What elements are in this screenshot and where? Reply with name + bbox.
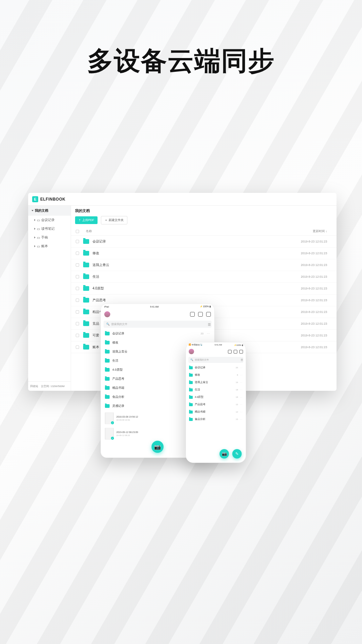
chevron-right-icon: [34, 219, 36, 221]
table-row[interactable]: 送我上青云2019-8-23 12:01:23: [71, 259, 337, 271]
clock-icon[interactable]: [206, 312, 211, 317]
table-row[interactable]: 4.0原型2019-8-23 12:01:23: [71, 283, 337, 294]
row-checkbox[interactable]: [76, 322, 79, 325]
row-checkbox[interactable]: [76, 334, 79, 337]
list-item[interactable]: 修改8···: [188, 371, 243, 379]
folder-icon: [105, 395, 110, 399]
table-row[interactable]: 生活2019-8-23 12:01:23: [71, 271, 337, 283]
sidebar-item[interactable]: ▭手稿: [28, 233, 71, 242]
camera-fab[interactable]: 📷: [220, 449, 229, 459]
item-name: 生活: [112, 359, 118, 363]
check-icon[interactable]: [190, 312, 195, 317]
row-checkbox[interactable]: [76, 287, 79, 290]
folder-icon: [105, 359, 110, 363]
folder-icon: [83, 274, 89, 279]
add-icon[interactable]: [198, 312, 203, 317]
table-row[interactable]: 修改2019-8-23 12:01:23: [71, 248, 337, 259]
more-icon[interactable]: ···: [240, 404, 243, 406]
list-item[interactable]: 4.0原型18···: [188, 393, 243, 401]
row-time: 2019-8-23 12:01:23: [290, 275, 327, 278]
list-item[interactable]: 送我上青云16···: [188, 379, 243, 386]
folder-icon: [83, 333, 89, 338]
row-checkbox[interactable]: [76, 240, 79, 243]
upload-pdf-button[interactable]: ⇡上传PDF: [75, 216, 98, 224]
chevron-right-icon: [34, 245, 36, 247]
row-checkbox[interactable]: [76, 252, 79, 255]
more-icon[interactable]: ···: [240, 367, 243, 369]
document-title: 2019-09-12 08:23:09: [116, 431, 138, 434]
camera-fab[interactable]: 📷: [152, 441, 164, 453]
list-item[interactable]: 会议记录20···: [188, 364, 243, 371]
avatar[interactable]: [104, 311, 110, 317]
list-item[interactable]: 精品书籍12···: [188, 408, 243, 416]
item-name: 修改: [195, 373, 200, 377]
trash-link[interactable]: 回收站: [30, 384, 38, 388]
sidebar-item[interactable]: ▭读书笔记: [28, 224, 71, 233]
sidebar-item[interactable]: ▭会议记录: [28, 216, 71, 224]
item-count: 20: [200, 332, 203, 335]
check-icon[interactable]: [228, 350, 232, 354]
list-item[interactable]: 食品分析15···: [188, 416, 243, 423]
menu-icon[interactable]: ☰: [241, 359, 243, 362]
item-name: 4.0原型: [195, 395, 203, 399]
search-input[interactable]: 🔍搜索我的文件: [104, 321, 212, 328]
list-item[interactable]: 产品思考15···: [188, 401, 243, 408]
sidebar: 我的文档 ▭会议记录▭读书笔记▭手稿▭账本 回收站 云空间: 132M/500M: [28, 206, 71, 391]
table-row[interactable]: 会议记录2019-8-23 12:01:23: [71, 236, 337, 248]
folder-icon: [189, 374, 193, 377]
col-name[interactable]: 名称: [86, 229, 92, 233]
more-icon[interactable]: ···: [240, 381, 243, 383]
folder-icon: [105, 377, 110, 381]
menu-icon[interactable]: ☰: [208, 323, 211, 326]
row-time: 2019-8-23 12:01:23: [290, 287, 327, 290]
folder-icon: [83, 298, 89, 303]
sidebar-root[interactable]: 我的文档: [28, 206, 71, 216]
sidebar-item[interactable]: ▭账本: [28, 242, 71, 251]
row-name: 生活: [93, 274, 290, 279]
clock-icon[interactable]: [239, 350, 243, 354]
row-checkbox[interactable]: [76, 299, 79, 302]
folder-icon: [83, 239, 89, 244]
more-icon[interactable]: ···: [207, 332, 210, 335]
folder-icon: [189, 396, 193, 399]
desktop-header: E ELFINBOOK: [28, 193, 337, 206]
list-item[interactable]: 会议记录20···: [104, 329, 212, 338]
item-count: 12: [236, 411, 238, 413]
folder-icon: [189, 381, 193, 384]
folder-icon: [83, 251, 89, 256]
more-icon[interactable]: ···: [240, 374, 243, 376]
folder-icon: [189, 388, 193, 391]
row-checkbox[interactable]: [76, 310, 79, 314]
row-time: 2019-8-23 12:01:23: [290, 299, 327, 302]
folder-icon: [105, 404, 110, 408]
add-icon[interactable]: [234, 350, 237, 354]
row-checkbox[interactable]: [76, 275, 79, 278]
more-icon[interactable]: ···: [240, 389, 243, 391]
row-checkbox[interactable]: [76, 263, 79, 267]
item-count: 16: [236, 381, 238, 383]
search-input[interactable]: 🔍搜索我的文件: [188, 357, 243, 363]
item-name: 灵感记录: [112, 404, 124, 408]
folder-icon: [105, 332, 110, 335]
folder-icon: [83, 286, 89, 291]
item-count: 8: [237, 374, 238, 376]
select-all-checkbox[interactable]: [76, 230, 79, 233]
more-icon[interactable]: ···: [240, 396, 243, 398]
more-icon[interactable]: ···: [240, 418, 243, 420]
list-item[interactable]: 生活18···: [188, 386, 243, 393]
item-name: 生活: [195, 388, 200, 391]
edit-fab[interactable]: ✎: [232, 449, 242, 459]
row-checkbox[interactable]: [76, 345, 79, 349]
col-updated[interactable]: 更新时间 ↓: [290, 229, 327, 233]
folder-icon: [105, 386, 110, 390]
item-name: 送我上青云: [112, 350, 127, 354]
folder-icon: [189, 366, 193, 369]
logo-text: ELFINBOOK: [40, 197, 65, 202]
row-name: 送我上青云: [93, 263, 290, 267]
more-icon[interactable]: ···: [240, 411, 243, 413]
new-folder-button[interactable]: ＋新建文件夹: [101, 216, 127, 224]
item-count: 18: [236, 389, 238, 391]
chevron-right-icon: [34, 236, 36, 238]
avatar[interactable]: [189, 349, 194, 354]
plus-icon: ＋: [105, 218, 108, 222]
